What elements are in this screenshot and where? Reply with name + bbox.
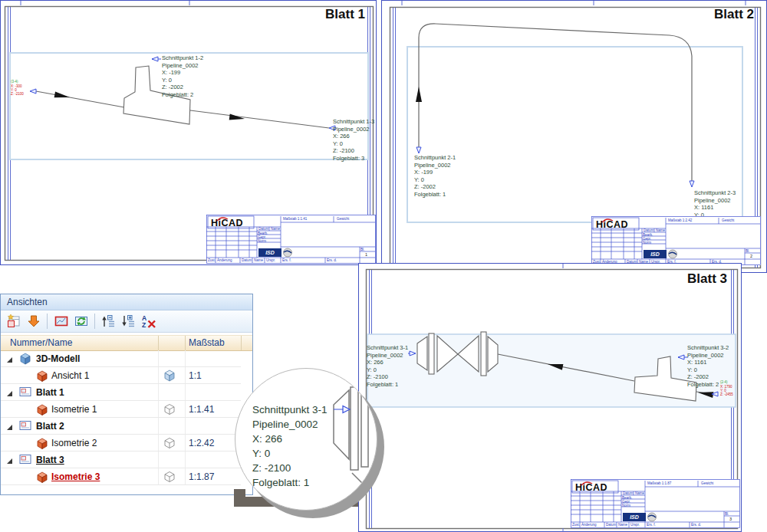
sheet-title: Blatt 3 bbox=[687, 271, 727, 287]
views-table: 3D-Modell Ansicht 1 1:1 bbox=[1, 350, 252, 485]
table-row-isometrie-3[interactable]: Isometrie 3 1:1.87 bbox=[1, 468, 241, 485]
table-row-isometrie-1[interactable]: Isometrie 1 1:1.41 bbox=[1, 401, 241, 418]
3d-model-icon bbox=[19, 353, 31, 365]
remove-sort-icon[interactable]: A Z bbox=[140, 313, 157, 330]
sheet-title: Blatt 2 bbox=[714, 7, 754, 22]
view-icon bbox=[36, 404, 48, 415]
sheet-title: Blatt 1 bbox=[325, 7, 365, 22]
wireframe-cube-icon bbox=[163, 471, 176, 483]
active-view-name: Isometrie 3 bbox=[51, 471, 100, 482]
table-header: Nummer/Name Maßstab bbox=[1, 335, 252, 351]
scale-value: 1:1.87 bbox=[189, 471, 214, 482]
scale-value: 1:2.42 bbox=[189, 438, 214, 448]
massstab-field: Maßstab 1:1.87 bbox=[647, 481, 671, 485]
toolbar-separator bbox=[94, 314, 95, 329]
annotation-schnittpunkt-1-2: Schnittpunkt 1-2 Pipeline_0002 X: -199 Y… bbox=[162, 54, 203, 98]
annotation-schnittpunkt-2-1: Schnittpunkt 2-1 Pipeline_0002 X: -199 Y… bbox=[414, 154, 456, 198]
wireframe-cube-icon bbox=[163, 437, 176, 449]
svg-text:Z: Z bbox=[142, 321, 146, 329]
hicad-logo-swoosh bbox=[214, 215, 245, 222]
flange-plate bbox=[481, 332, 486, 376]
sheet-window-blatt-1[interactable]: Blatt 1 Schnittpunkt 1-2 Pipeline_0002 X… bbox=[0, 0, 377, 265]
sheet-window-blatt-3[interactable]: Blatt 3 Schnittpunkt 3-1 Pipeline_0002 X… bbox=[358, 263, 742, 532]
screen-capture-icon[interactable] bbox=[52, 313, 70, 330]
table-row-3d-modell[interactable]: 3D-Modell bbox=[1, 350, 241, 367]
scale-value: 1:1.41 bbox=[189, 404, 214, 415]
connector-label: (3-4) bbox=[11, 80, 18, 84]
table-row-blatt-2[interactable]: Blatt 2 bbox=[1, 418, 241, 435]
sheet-number: 3 bbox=[729, 517, 732, 521]
magnifier-annotation: Schnittpunkt 3-1 Pipeline_0002 X: 266 Y:… bbox=[252, 402, 328, 490]
expander-icon[interactable] bbox=[5, 423, 13, 431]
expander-icon[interactable] bbox=[5, 356, 13, 363]
expander-icon[interactable] bbox=[5, 389, 13, 397]
hicad-workspace: Blatt 1 Schnittpunkt 1-2 Pipeline_0002 X… bbox=[0, 0, 767, 532]
flow-arrow bbox=[416, 87, 422, 102]
panel-titlebar[interactable]: Ansichten bbox=[1, 294, 252, 310]
flange-plate bbox=[351, 387, 358, 470]
view-icon bbox=[36, 370, 48, 382]
connection-arrow bbox=[152, 57, 158, 61]
sheet-icon bbox=[19, 420, 31, 431]
column-header-name[interactable]: Nummer/Name bbox=[10, 337, 72, 348]
flange-plate bbox=[361, 392, 368, 467]
sheet-icon bbox=[19, 386, 31, 397]
title-block: HiCAD Maßstab 1:1.87 Gewicht Datum Name … bbox=[571, 479, 740, 528]
sheet-number: 1 bbox=[365, 252, 367, 257]
column-header-scale[interactable]: Maßstab bbox=[189, 337, 225, 348]
flange-plate bbox=[429, 333, 434, 374]
isd-logo: ISD bbox=[623, 513, 646, 521]
flow-arrow bbox=[229, 114, 245, 122]
arrow-down-icon[interactable] bbox=[25, 313, 42, 330]
table-row-blatt-3[interactable]: Blatt 3 bbox=[1, 452, 241, 468]
table-row-isometrie-2[interactable]: Isometrie 2 1:2.42 bbox=[1, 435, 241, 452]
connector-coords: X: 1790 Y: 0 Z: -2455 bbox=[720, 385, 733, 397]
refresh-views-icon[interactable] bbox=[72, 313, 90, 330]
title-block: HiCAD Maßstab 1:2.42 Gewicht Datum Name … bbox=[591, 216, 761, 265]
new-view-icon[interactable] bbox=[5, 313, 22, 330]
connector-label: (2-4) bbox=[720, 380, 728, 384]
massstab-field: Maßstab 1:2.42 bbox=[668, 218, 692, 222]
hicad-logo-swoosh bbox=[578, 479, 609, 487]
wireframe-cube-icon bbox=[163, 403, 176, 415]
view-icon bbox=[36, 471, 48, 483]
toolbar-separator bbox=[47, 314, 48, 329]
sort-descending-icon[interactable] bbox=[120, 313, 137, 330]
panel-toolbar: A Z bbox=[1, 310, 252, 333]
massstab-field: Maßstab 1:1.41 bbox=[283, 217, 307, 221]
sheet-icon bbox=[19, 454, 31, 465]
flange-cone bbox=[334, 390, 349, 459]
table-row-blatt-1[interactable]: Blatt 1 bbox=[1, 384, 241, 401]
connection-arrow bbox=[690, 181, 694, 187]
isd-logo: ISD bbox=[258, 248, 281, 257]
isd-logo: ISD bbox=[644, 250, 667, 258]
sheet-window-blatt-2[interactable]: Blatt 2 Schnittpunkt 2-1 Pipeline_0002 X… bbox=[381, 0, 767, 273]
sort-ascending-icon[interactable] bbox=[100, 313, 117, 330]
table-row-ansicht-1[interactable]: Ansicht 1 1:1 bbox=[1, 367, 241, 384]
connector-coords: X: -300 Y: 0 Z: -2100 bbox=[11, 84, 24, 97]
sheet-number: 2 bbox=[750, 254, 752, 258]
magnifier-callout: Schnittpunkt 3-1 Pipeline_0002 X: 266 Y:… bbox=[235, 368, 377, 511]
hicad-logo-swoosh bbox=[599, 216, 630, 224]
connection-arrow bbox=[30, 89, 36, 94]
connection-arrow bbox=[416, 147, 421, 153]
shaded-cube-icon bbox=[163, 369, 176, 382]
annotation-schnittpunkt-1-3: Schnittpunkt 1-3 Pipeline_0002 X: 266 Y:… bbox=[333, 118, 374, 162]
view-icon bbox=[36, 438, 48, 449]
ansichten-panel: Ansichten bbox=[0, 294, 253, 495]
panel-title: Ansichten bbox=[7, 297, 48, 307]
annotation-schnittpunkt-3-1: Schnittpunkt 3-1 Pipeline_0002 X: 266 Y:… bbox=[367, 344, 408, 388]
scale-value: 1:1 bbox=[189, 370, 202, 381]
flow-arrow bbox=[54, 91, 71, 100]
expander-icon[interactable] bbox=[5, 457, 13, 465]
title-block: HiCAD Maßstab 1:1.41 Gewicht Datum Name … bbox=[206, 215, 376, 264]
